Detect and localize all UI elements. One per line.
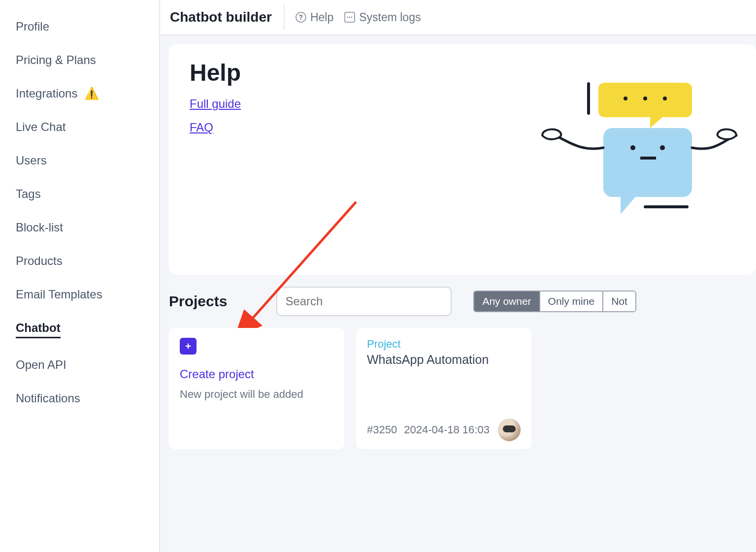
project-card-name: WhatsApp Automation [367, 353, 521, 367]
sidebar-item-pricing[interactable]: Pricing & Plans [16, 43, 159, 77]
sidebar-item-livechat[interactable]: Live Chat [16, 110, 159, 144]
project-card-label: Project [367, 338, 521, 351]
help-button[interactable]: ? Help [296, 11, 333, 24]
create-project-title: Create project [180, 367, 333, 381]
avatar [498, 419, 521, 441]
header-bar: Chatbot builder ? Help ⋯ System logs [160, 0, 756, 35]
sidebar-item-products[interactable]: Products [16, 244, 159, 278]
filter-only-mine[interactable]: Only mine [540, 292, 604, 311]
sidebar-item-blocklist[interactable]: Block-list [16, 211, 159, 244]
sidebar-item-emailtemplates[interactable]: Email Templates [16, 278, 159, 311]
sidebar-item-notifications[interactable]: Notifications [16, 382, 159, 415]
sidebar-item-openapi[interactable]: Open API [16, 348, 159, 382]
filter-any-owner[interactable]: Any owner [474, 292, 540, 311]
sidebar-item-tags[interactable]: Tags [16, 177, 159, 211]
project-timestamp: 2024-04-18 16:03 [404, 423, 490, 436]
svg-point-7 [660, 145, 665, 150]
create-project-subtitle: New project will be added [180, 388, 333, 401]
sidebar-item-profile[interactable]: Profile [16, 10, 159, 43]
create-project-card[interactable]: + Create project New project will be add… [169, 328, 344, 449]
help-illustration [539, 79, 746, 227]
projects-title: Projects [169, 293, 227, 310]
logs-icon: ⋯ [344, 12, 355, 23]
project-card-meta: #3250 2024-04-18 16:03 [367, 419, 521, 441]
svg-point-6 [630, 145, 635, 150]
warning-icon: ⚠️ [84, 87, 99, 100]
search-input[interactable] [276, 287, 452, 316]
project-card[interactable]: Project WhatsApp Automation #3250 2024-0… [356, 328, 531, 449]
sidebar: Profile Pricing & Plans Integrations⚠️ L… [0, 0, 159, 552]
sidebar-item-chatbot[interactable]: Chatbot [16, 311, 159, 348]
svg-rect-5 [603, 128, 692, 197]
annotation-arrow [228, 197, 366, 345]
page-title: Chatbot builder [170, 4, 285, 30]
system-logs-button[interactable]: ⋯ System logs [344, 11, 421, 24]
projects-header: Projects Any owner Only mine Not [169, 287, 756, 316]
help-icon: ? [296, 12, 306, 23]
owner-filter-group: Any owner Only mine Not [473, 291, 636, 312]
help-card: Help Full guide FAQ [169, 44, 756, 275]
filter-not-mine[interactable]: Not [603, 292, 635, 311]
project-cards-row: + Create project New project will be add… [169, 328, 756, 449]
project-id: #3250 [367, 423, 397, 436]
sidebar-item-integrations[interactable]: Integrations⚠️ [16, 77, 159, 110]
svg-point-3 [643, 97, 647, 100]
svg-rect-8 [640, 157, 656, 160]
svg-point-4 [663, 97, 667, 100]
plus-icon: + [180, 338, 197, 355]
content-area: Help Full guide FAQ [160, 35, 756, 552]
system-logs-button-label: System logs [359, 11, 421, 24]
sidebar-item-users[interactable]: Users [16, 144, 159, 177]
main-area: Chatbot builder ? Help ⋯ System logs Hel… [159, 0, 756, 552]
help-button-label: Help [310, 11, 333, 24]
svg-point-2 [624, 97, 627, 100]
